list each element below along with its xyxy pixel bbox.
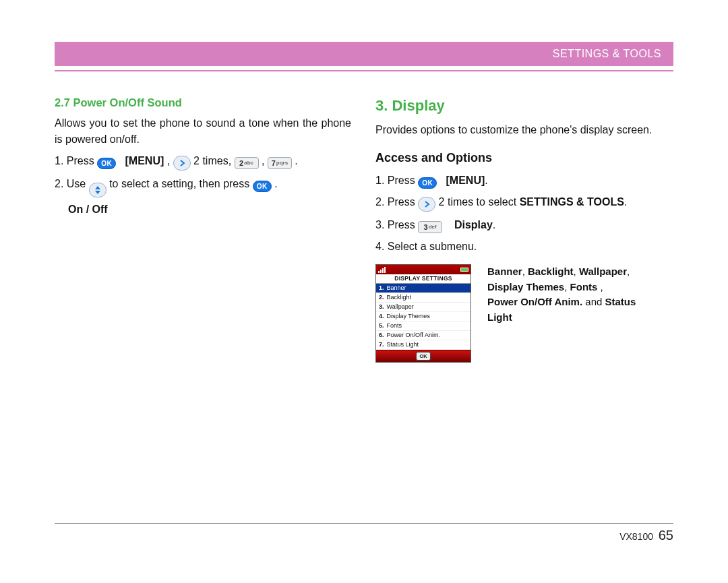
battery-icon — [460, 268, 468, 272]
footer-page-number: VX8100 65 — [55, 528, 673, 543]
item-label: Backlight — [387, 293, 412, 303]
key-number: 7 — [272, 158, 276, 169]
step-text: 2 times to select — [439, 196, 520, 208]
keypad-3-icon: 3 def — [418, 221, 442, 233]
header-rule — [55, 70, 673, 71]
item-label: Wallpaper — [387, 303, 414, 312]
left-column: 2.7 Power On/Off Sound Allows you to set… — [55, 94, 351, 363]
menu-label: [MENU] — [125, 155, 164, 166]
item-number: 3. — [379, 303, 384, 312]
right-step-4: 4. Select a submenu. — [375, 239, 672, 255]
step-text: to select a setting, then press — [109, 178, 253, 189]
left-heading: 2.7 Power On/Off Sound — [55, 94, 351, 111]
item-number: 4. — [379, 312, 384, 321]
step-text: 2. Use — [55, 178, 89, 189]
right-desc: Provides options to customize the phone'… — [375, 122, 672, 138]
on-off-option: On / Off — [68, 202, 351, 218]
right-column: 3. Display Provides options to customize… — [375, 94, 672, 363]
model-number: VX8100 — [619, 531, 653, 542]
right-step-3: 3. Press 3 def Display. — [375, 217, 672, 233]
menu-label: [MENU] — [446, 175, 485, 186]
item-number: 7. — [379, 340, 384, 350]
step-text: 2. Press — [375, 196, 418, 208]
phone-status-bar — [376, 265, 471, 274]
display-label: Display — [454, 219, 493, 231]
section-header-text: SETTINGS & TOOLS — [553, 48, 661, 60]
keypad-2-icon: 2 abc — [235, 157, 259, 169]
item-label: Display Themes — [387, 312, 430, 321]
footer-rule — [55, 523, 673, 524]
section-header-bar: SETTINGS & TOOLS — [55, 42, 673, 66]
item-label: Status Light — [387, 340, 419, 350]
step-text: , — [167, 155, 173, 166]
left-step-2: 2. Use to select a setting, then press O… — [55, 176, 351, 197]
phone-ok-softkey: OK — [416, 352, 430, 361]
step-text: . — [624, 196, 627, 208]
step-text: . — [274, 178, 277, 189]
settings-tools-label: SETTINGS & TOOLS — [520, 196, 624, 208]
step-text: 1. Press — [375, 175, 418, 186]
left-step-1: 1. Press OK [MENU] , 2 times, 2 abc , 7 … — [55, 153, 351, 171]
item-label: Fonts — [387, 321, 402, 331]
content-columns: 2.7 Power On/Off Sound Allows you to set… — [55, 94, 673, 363]
right-heading: 3. Display — [375, 94, 672, 117]
step-text: . — [493, 219, 495, 231]
phone-menu-item: 5. Fonts — [376, 321, 471, 331]
ok-icon: OK — [253, 181, 272, 192]
ok-icon: OK — [97, 158, 116, 169]
phone-menu-item: 2. Backlight — [376, 293, 471, 303]
key-number: 3 — [424, 222, 428, 233]
step-text: . — [295, 155, 297, 166]
phone-menu-item: 7. Status Light — [376, 340, 471, 350]
phone-menu-item-selected: 1. Banner — [376, 284, 471, 293]
item-label: Banner — [387, 284, 406, 293]
phone-screen-title: DISPLAY SETTINGS — [376, 274, 471, 284]
phone-softkey-bar: OK — [376, 350, 471, 362]
right-step-1: 1. Press OK [MENU]. — [375, 173, 672, 189]
keypad-7-icon: 7 pqrs — [268, 157, 292, 169]
step-text: 2 times, — [193, 155, 234, 166]
item-label: Power On/Off Anim. — [387, 331, 440, 340]
item-number: 5. — [379, 321, 384, 331]
phone-menu-item: 6. Power On/Off Anim. — [376, 331, 471, 340]
manual-page: SETTINGS & TOOLS 2.7 Power On/Off Sound … — [55, 42, 673, 543]
phone-screenshot: DISPLAY SETTINGS 1. Banner 2. Backlight … — [375, 264, 471, 363]
item-number: 2. — [379, 293, 384, 303]
phone-menu-item: 4. Display Themes — [376, 312, 471, 321]
phone-menu-item: 3. Wallpaper — [376, 303, 471, 312]
step-text: , — [262, 155, 268, 166]
submenu-name-list: Banner, Backlight, Wallpaper, Display Th… — [487, 264, 656, 325]
page-number: 65 — [659, 528, 673, 543]
submenu-item: Banner — [487, 266, 522, 277]
nav-right-icon — [418, 197, 435, 212]
key-number: 2 — [239, 158, 243, 169]
key-letters: pqrs — [276, 159, 288, 167]
and-text: and — [582, 296, 605, 307]
access-options-subhead: Access and Options — [375, 149, 672, 167]
item-number: 6. — [379, 331, 384, 340]
submenu-item: Wallpaper — [579, 266, 627, 277]
step-text: 1. Press — [55, 155, 97, 166]
nav-updown-icon — [89, 183, 107, 197]
submenu-item: Power On/Off Anim. — [487, 296, 582, 307]
submenu-item: Display Themes — [487, 281, 564, 293]
nav-right-icon — [173, 156, 191, 171]
submenu-item: Fonts — [570, 281, 598, 293]
item-number: 1. — [379, 284, 384, 293]
key-letters: def — [429, 223, 437, 231]
signal-icon — [378, 267, 386, 273]
key-letters: abc — [244, 159, 253, 167]
right-step-2: 2. Press 2 times to select SETTINGS & TO… — [375, 194, 672, 212]
left-desc: Allows you to set the phone to sound a t… — [55, 115, 351, 148]
phone-and-submenu-row: DISPLAY SETTINGS 1. Banner 2. Backlight … — [375, 264, 672, 363]
step-text: 3. Press — [375, 219, 418, 231]
submenu-item: Backlight — [528, 266, 574, 277]
step-text: . — [485, 175, 487, 186]
ok-icon: OK — [418, 177, 437, 189]
